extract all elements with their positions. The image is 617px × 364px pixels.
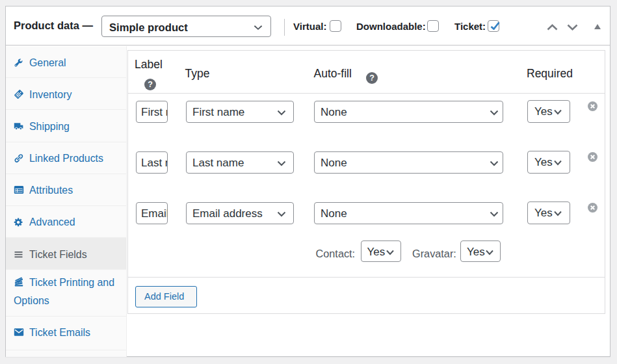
svg-text:?: ? (369, 74, 374, 83)
svg-text:?: ? (148, 80, 153, 89)
